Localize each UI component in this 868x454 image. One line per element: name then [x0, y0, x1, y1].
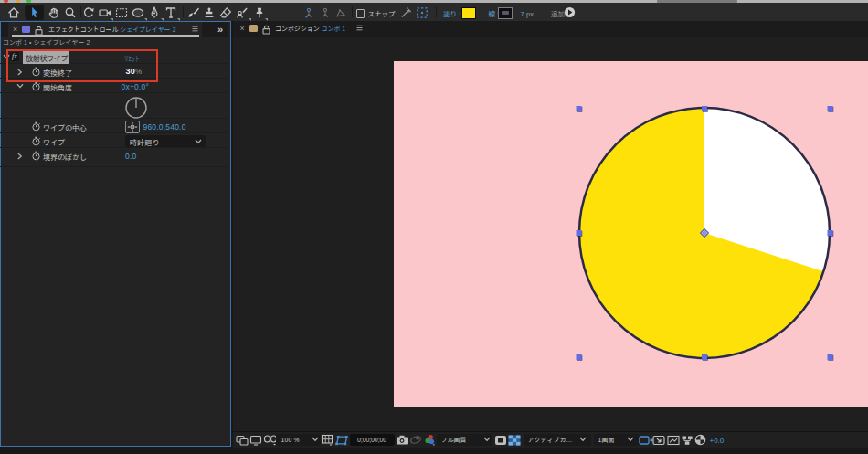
snap-label: スナップ — [368, 10, 396, 18]
tab-overflow-chevrons[interactable]: » — [217, 24, 222, 35]
panel-icon — [22, 26, 30, 34]
mask-path-visibility-button[interactable] — [335, 434, 350, 447]
effect-name-highlight[interactable]: 放射状ワイプ — [23, 50, 69, 64]
fill-label[interactable]: 塗り: — [443, 10, 460, 18]
stopwatch-icon[interactable] — [32, 121, 40, 132]
panel-menu-icon[interactable] — [356, 25, 363, 31]
stopwatch-icon[interactable] — [32, 151, 40, 161]
after-effects-window: スナップ 塗り: 線: 7 px 追加: × エフェクトコントロール シェイプレ… — [0, 0, 868, 454]
selection-handle[interactable] — [827, 354, 833, 361]
property-label: 開始角度 — [43, 82, 72, 92]
property-value[interactable]: 0.0 — [125, 152, 136, 161]
close-tab-icon[interactable]: × — [240, 24, 245, 33]
magnification-value[interactable]: 100 % — [281, 436, 300, 444]
reset-exposure-button[interactable] — [693, 434, 707, 447]
property-label: ワイプの中心 — [43, 122, 87, 132]
row-divider — [0, 166, 228, 167]
tab-title: エフェクトコントロール シェイプレイヤー 2 — [48, 26, 176, 34]
close-tab-icon[interactable]: × — [13, 25, 17, 34]
stopwatch-icon[interactable] — [32, 136, 40, 146]
property-label: ワイプ — [43, 137, 65, 147]
selection-handle[interactable] — [702, 106, 708, 112]
transparency-grid-button[interactable] — [507, 434, 522, 447]
resolution-value[interactable]: フル画質 — [441, 436, 467, 444]
stopwatch-icon[interactable] — [32, 67, 40, 77]
stroke-width-unit: px — [526, 10, 534, 18]
stopwatch-icon[interactable] — [32, 81, 40, 91]
local-axis-mode-button[interactable] — [300, 5, 318, 20]
composition-panel: × コンポジション コンポ 1 — [233, 21, 868, 448]
pan-behind-tool-button[interactable] — [112, 5, 131, 20]
grid-and-guide-options-button[interactable] — [321, 434, 335, 447]
always-preview-this-view-button[interactable] — [235, 434, 249, 447]
toolbar-separator — [352, 6, 353, 17]
dropdown-selected-value: 時計廻り — [130, 137, 160, 147]
stroke-color-swatch[interactable] — [498, 7, 513, 20]
property-value[interactable]: 30% — [126, 67, 143, 76]
selection-handle[interactable] — [576, 354, 582, 361]
reset-button[interactable]: リセット — [124, 53, 139, 63]
3d-view-value[interactable]: アクティブカ… — [528, 436, 573, 444]
panel-icon — [249, 25, 258, 33]
property-value[interactable]: 0x+0.0° — [122, 82, 150, 91]
snap-checkbox[interactable] — [356, 9, 365, 18]
panel-menu-icon[interactable] — [192, 26, 198, 32]
view-axis-mode-button[interactable] — [332, 5, 350, 20]
selection-handle[interactable] — [702, 354, 708, 361]
timecode-value[interactable]: 0;00;00;00 — [357, 436, 386, 444]
chevron-down-icon[interactable] — [3, 54, 10, 59]
wipe-center-point-button[interactable] — [125, 121, 140, 133]
chevron-down-icon — [627, 437, 634, 442]
show-snapshot-button[interactable] — [408, 434, 423, 447]
chevron-down-icon — [579, 437, 587, 442]
toolbar-separator — [436, 6, 437, 17]
add-shape-attrs-button[interactable] — [564, 6, 576, 18]
selection-handle[interactable] — [576, 230, 582, 237]
chevron-down-icon[interactable] — [16, 83, 24, 89]
home-tool-button[interactable] — [5, 5, 23, 20]
breadcrumb: コンポ 1 • シェイプレイヤー 2 — [3, 37, 90, 48]
effect-controls-tabbar: × エフェクトコントロール シェイプレイヤー 2 » — [1, 22, 228, 37]
selection-handle[interactable] — [827, 106, 833, 112]
view-layout-value[interactable]: 1画面 — [598, 436, 615, 444]
fill-color-swatch[interactable] — [461, 7, 477, 20]
snap-to-edge-icon[interactable] — [397, 5, 415, 20]
snap-options-icon[interactable] — [413, 5, 431, 20]
exposure-value[interactable]: +0.0 — [710, 437, 725, 445]
property-row-wipe: ワイプ 時計廻り — [0, 133, 228, 148]
effect-name: 放射状ワイプ — [26, 53, 68, 63]
composition-tabbar: × コンポジション コンポ 1 — [233, 21, 868, 37]
timeline-button[interactable] — [666, 434, 681, 447]
fx-badge-icon[interactable]: fx — [10, 52, 19, 62]
rotate-tool-button[interactable] — [79, 5, 98, 20]
primary-viewer-button[interactable] — [249, 434, 263, 447]
show-channel-button[interactable] — [422, 434, 437, 447]
stroke-width-value[interactable]: 7 — [521, 10, 524, 18]
shape-layer-pie[interactable] — [566, 91, 840, 365]
chevron-right-icon[interactable] — [17, 153, 22, 160]
property-row-start-angle: 開始角度 0x+0.0° — [0, 79, 228, 93]
effect-header-row: fx 放射状ワイプ リセット — [0, 49, 228, 64]
property-label: 変換終了 — [43, 68, 72, 78]
selection-handle[interactable] — [576, 106, 582, 112]
tab-title[interactable]: コンポジション コンポ 1 — [275, 25, 345, 33]
property-label: 境界のぼかし — [43, 152, 87, 162]
composition-viewer — [233, 37, 868, 431]
property-value[interactable]: 960.0,540.0 — [143, 122, 186, 132]
effect-controls-panel: × エフェクトコントロール シェイプレイヤー 2 » コンポ 1 • シェイプレ… — [0, 21, 231, 447]
chevron-down-icon — [195, 139, 202, 144]
zoom-tool-button[interactable] — [61, 5, 79, 20]
toolbar-separator — [291, 6, 291, 17]
eraser-tool-button[interactable] — [217, 5, 235, 20]
hand-tool-button[interactable] — [45, 5, 63, 20]
take-snapshot-button[interactable] — [395, 434, 409, 447]
chevron-right-icon[interactable] — [17, 69, 22, 76]
selection-handle[interactable] — [827, 230, 833, 237]
fast-previews-button[interactable] — [651, 434, 666, 447]
selection-tool-button[interactable] — [26, 5, 44, 20]
effect-controls-tab[interactable]: × エフェクトコントロール シェイプレイヤー 2 — [8, 22, 202, 37]
wipe-direction-dropdown[interactable]: 時計廻り — [125, 135, 206, 148]
angle-dial[interactable] — [124, 95, 148, 119]
tools-toolbar: スナップ 塗り: 線: 7 px 追加: — [0, 3, 868, 21]
toolbar-separator — [183, 6, 184, 17]
